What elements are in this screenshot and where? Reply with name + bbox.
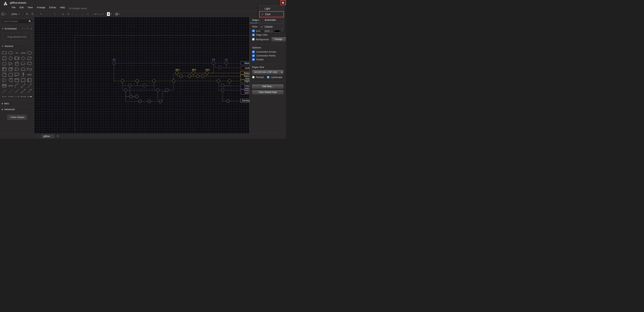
background-checkbox[interactable] — [252, 38, 254, 40]
add-page-button[interactable]: + — [56, 134, 60, 138]
close-icon[interactable]: ✕ — [30, 27, 32, 30]
clear-style-button[interactable]: Clear Default Style — [252, 90, 284, 94]
node-relfix-1[interactable] — [180, 74, 183, 78]
shape-actor[interactable] — [20, 72, 26, 77]
more-shapes-button[interactable]: + More Shapes — [7, 115, 27, 120]
shape-curve[interactable] — [14, 83, 20, 88]
zoom-in-button[interactable] — [25, 11, 30, 17]
advanced-panel-header[interactable]: ▶Advanced — [0, 106, 34, 112]
shape-rect-rounded2[interactable] — [8, 50, 14, 55]
lane-nightly[interactable]: Nightly — [240, 79, 250, 83]
zoom-out-button[interactable] — [30, 11, 35, 17]
shape-ellipse[interactable] — [26, 50, 32, 55]
node-dev-3[interactable] — [138, 100, 142, 103]
shape-dashed-line[interactable] — [8, 88, 14, 94]
shadow-button[interactable] — [85, 11, 90, 17]
menu-help[interactable]: Help — [58, 5, 67, 10]
page-tab-gitflow[interactable]: gitflow⌃ — [41, 134, 54, 138]
node-f1-3[interactable] — [221, 84, 224, 87]
shape-or[interactable] — [2, 77, 7, 83]
shape-and[interactable] — [8, 77, 14, 83]
change-bg-button[interactable]: Change... — [272, 37, 286, 41]
theme-automatic[interactable]: Automatic — [259, 17, 284, 22]
shape-hcontainer[interactable] — [26, 77, 32, 83]
shape-heading[interactable]: Heading — [20, 50, 26, 55]
waypoints-button[interactable]: ▼ — [99, 11, 104, 17]
node-dev-1[interactable] — [130, 95, 133, 98]
shape-dir-arrow[interactable] — [26, 88, 32, 94]
landscape-radio[interactable] — [267, 76, 269, 78]
node-rc3[interactable] — [205, 71, 208, 74]
shape-circle[interactable] — [8, 55, 14, 61]
line-color-button[interactable] — [80, 11, 85, 17]
canvas[interactable]: Master Hotfix Release Release Fixes Nigh… — [34, 17, 250, 133]
node-dev-6[interactable] — [226, 99, 230, 103]
shape-diamond[interactable] — [20, 55, 26, 61]
general-panel-header[interactable]: ▼General — [0, 43, 34, 49]
lane-feature2[interactable]: Feature team 2 — [240, 89, 250, 94]
shape-hexagon[interactable] — [2, 61, 7, 66]
lane-master[interactable]: Master — [240, 61, 250, 65]
node-f2-4[interactable] — [221, 88, 224, 92]
shape-line2[interactable] — [14, 88, 20, 94]
shape-tape[interactable] — [26, 66, 32, 72]
shape-step[interactable] — [14, 66, 20, 72]
shape-datastore[interactable] — [14, 77, 20, 83]
menu-view[interactable]: View — [26, 5, 34, 10]
search-icon[interactable]: 🔍 — [28, 20, 32, 23]
shape-cloud[interactable] — [20, 61, 26, 66]
sidebar-toggle-button[interactable]: ▼ — [2, 11, 6, 17]
node-f2-1[interactable] — [124, 88, 127, 92]
theme-dark[interactable]: ✓Dark — [259, 11, 284, 17]
scratchpad-header[interactable]: ▼Scratchpad ? + ✎ ✕ — [0, 26, 34, 31]
shape-container[interactable] — [20, 77, 26, 83]
search-input[interactable] — [2, 19, 33, 24]
shape-cube[interactable] — [8, 66, 14, 72]
to-front-button[interactable] — [60, 11, 66, 17]
page-menu-icon[interactable]: ⋮ — [36, 134, 40, 138]
shape-link2[interactable] — [8, 94, 14, 99]
portrait-radio[interactable] — [252, 76, 254, 78]
node-nightly-1[interactable] — [121, 79, 124, 83]
insert-button[interactable]: +▼ — [107, 11, 112, 17]
node-master-2[interactable] — [212, 61, 215, 65]
misc-panel-header[interactable]: ▶Misc — [0, 101, 34, 106]
theme-light[interactable]: Light — [259, 6, 284, 11]
shape-link3[interactable] — [14, 94, 20, 99]
help-icon[interactable]: ? — [22, 27, 23, 30]
lane-development[interactable]: Development — [240, 99, 250, 102]
grid-checkbox[interactable] — [252, 29, 255, 32]
shape-text[interactable]: Text — [14, 50, 20, 55]
to-back-button[interactable] — [66, 11, 71, 17]
shape-bidir2[interactable] — [20, 88, 26, 94]
node-rc2[interactable] — [192, 71, 195, 74]
shape-process[interactable] — [14, 55, 20, 61]
node-relfix-3[interactable] — [196, 74, 200, 78]
node-rc1[interactable] — [175, 71, 178, 74]
shape-callout[interactable] — [14, 72, 20, 77]
theme-toggle-button[interactable] — [280, 0, 286, 5]
conn-arrows-checkbox[interactable] — [252, 51, 255, 53]
redo-button[interactable] — [44, 11, 49, 17]
shape-internal-storage[interactable] — [2, 66, 7, 72]
node-f1-1[interactable] — [128, 84, 132, 87]
node-f1-2[interactable] — [143, 84, 146, 87]
lane-hotfix[interactable]: Hotfix — [240, 66, 250, 70]
table-button[interactable]: ▼ — [115, 11, 120, 17]
delete-button[interactable] — [52, 11, 57, 17]
node-f2-2[interactable] — [156, 88, 159, 92]
shape-link1[interactable] — [2, 94, 7, 99]
shape-rect-rounded[interactable] — [2, 50, 7, 55]
shape-bidir-arrow[interactable] — [20, 83, 26, 88]
shape-triangle[interactable] — [8, 61, 14, 66]
node-master-3[interactable] — [224, 61, 228, 65]
node-f2-3[interactable] — [166, 88, 169, 92]
node-hotfix[interactable] — [218, 66, 222, 69]
menu-edit[interactable]: Edit — [18, 5, 26, 10]
menu-extras[interactable]: Extras — [48, 5, 58, 10]
edit-icon[interactable]: ✎ — [27, 27, 29, 30]
shape-listitem[interactable]: List Item — [8, 83, 14, 88]
guides-checkbox[interactable] — [252, 58, 255, 61]
node-dev-4[interactable] — [148, 100, 151, 103]
shape-link5[interactable] — [26, 94, 32, 99]
